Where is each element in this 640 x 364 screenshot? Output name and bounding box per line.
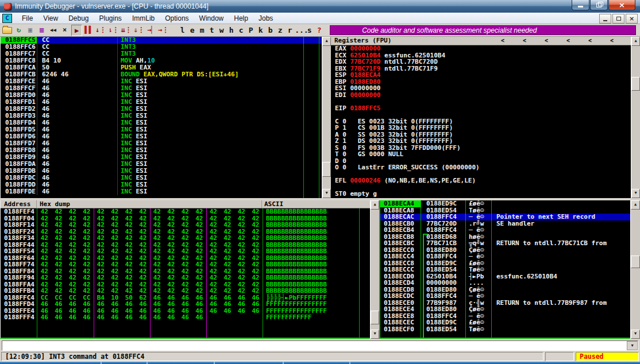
close-program-icon[interactable]: × (60, 25, 70, 35)
dump-row[interactable]: 0188FF9442424242424242424242424242424242… (1, 274, 370, 281)
disasm-row[interactable]: 0188FFDE46INC ESI (1, 188, 322, 195)
collapse-chevron-icon[interactable]: < (579, 37, 601, 45)
animate-over-icon[interactable]: ⇓⋮ (134, 25, 145, 35)
dump-row[interactable]: 0188FF3442424242424242424242424242424242… (1, 235, 370, 242)
stack-row[interactable]: 0188ECC80188ED9C£øê☺ (380, 260, 630, 267)
step-over-icon[interactable]: ⇂⋮ (108, 25, 119, 35)
scroll-thumb[interactable] (371, 311, 379, 324)
scroll-thumb[interactable] (322, 162, 331, 177)
dump-row[interactable]: 0188FF7442424242424242424242424242424242… (1, 261, 370, 268)
menu-item-view[interactable]: View (38, 14, 63, 22)
stack-row[interactable]: 0188ECC00188ED80Çøê☺ (380, 247, 630, 254)
collapse-chevron-icon[interactable]: < (601, 37, 623, 45)
register-line[interactable]: EFL 00000246 (NO,NB,E,BE,NS,PE,GE,LE) (335, 177, 631, 184)
stack-scrollbar[interactable]: ▲ ▼ (630, 200, 640, 339)
toolbar-shortcut-c[interactable]: c (236, 26, 246, 34)
register-line[interactable]: EIP 0188FFC5 (335, 105, 631, 112)
toolbar-shortcut-h[interactable]: h (226, 26, 236, 34)
child-restore-button[interactable] (612, 14, 624, 24)
menu-item-options[interactable]: Options (160, 14, 194, 22)
scroll-down-icon[interactable]: ▼ (322, 189, 331, 198)
stack-row[interactable]: 0188ECBC77BC71CB╦q╝wRETURN to ntdll.77BC… (380, 240, 630, 247)
collapse-chevron-icon[interactable]: < (514, 37, 535, 45)
toolbar-shortcut-l[interactable]: l (178, 26, 187, 34)
scroll-down-icon[interactable]: ▼ (371, 330, 379, 339)
scroll-thumb[interactable] (631, 255, 640, 268)
collapse-chevron-icon[interactable]: < (492, 37, 514, 45)
toolbar-shortcut-P[interactable]: P (246, 26, 256, 34)
menu-item-immlib[interactable]: ImmLib (127, 14, 160, 22)
stack-row[interactable]: 0188ECD80188ED80Çøê☺ (380, 286, 630, 293)
goto-icon[interactable]: →⋮ (158, 25, 169, 35)
dump-row[interactable]: 0188FF1442424242424242424242424242424242… (1, 222, 370, 229)
register-line[interactable]: O 0 LastErr ERROR_SUCCESS (00000000) (335, 164, 631, 171)
dump-row[interactable]: 0188FFF4464646464646464646464646FFFFFFFF… (1, 314, 370, 321)
disasm-scrollbar[interactable]: ▲ ▼ (322, 37, 331, 198)
stack-row[interactable]: 0188ECCC0188ED54Tøê☺ (380, 266, 630, 273)
scroll-down-icon[interactable]: ▼ (631, 189, 640, 198)
collapse-chevron-icon[interactable]: < (535, 37, 557, 45)
toolbar-shortcut-b[interactable]: b (265, 26, 275, 34)
stack-row[interactable]: 0188ECE40188ED80Çøê☺ (380, 306, 630, 313)
step-into-icon[interactable]: ↓⋮ (95, 25, 106, 35)
toolbar-shortcut-z[interactable]: z (275, 26, 285, 34)
stack-row[interactable]: 0188ECAC0188FFC4─ ê☺Pointer to next SEH … (380, 214, 630, 220)
toolbar-shortcut-k[interactable]: k (256, 26, 265, 34)
menu-item-plugins[interactable]: Plugins (94, 14, 127, 22)
restart-icon[interactable]: ↻ (14, 25, 24, 35)
scroll-up-icon[interactable]: ▲ (371, 200, 379, 210)
stack-row[interactable]: 0188ECEC0188ED9C£øê☺ (380, 319, 630, 326)
toolbar-shortcut-help[interactable]: ? (314, 26, 324, 34)
toolbar-shortcut-w[interactable]: w (217, 26, 226, 34)
dump-row[interactable]: 0188FFB442424242424242424242424242424242… (1, 288, 370, 295)
windows-icon[interactable]: ▦ (37, 25, 47, 35)
dump-scrollbar[interactable]: ▲ ▼ (370, 200, 379, 339)
toolbar-shortcut-t[interactable]: t (207, 26, 217, 34)
toolbar-shortcut-more[interactable]: ... (295, 26, 304, 34)
ad-banner[interactable]: Code auditor and software assessment spe… (330, 25, 636, 35)
register-line[interactable]: ST0 empty g (335, 191, 631, 198)
toolbar-shortcut-m[interactable]: m (197, 26, 207, 34)
stack-row[interactable]: 0188ECF00188ED54Tøê☺ (380, 326, 630, 333)
scroll-up-icon[interactable]: ▲ (631, 200, 640, 210)
menu-item-window[interactable]: Window (194, 14, 229, 22)
menu-item-file[interactable]: File (17, 14, 38, 22)
animate-into-icon[interactable]: ⇊⋮ (121, 25, 132, 35)
menu-item-debug[interactable]: Debug (63, 14, 94, 22)
scroll-up-icon[interactable]: ▲ (322, 37, 331, 46)
stack-row[interactable]: 0188ECD400000000.... (380, 280, 630, 286)
command-input[interactable] (2, 341, 627, 350)
step-back-icon[interactable]: ◀◀ (48, 25, 58, 35)
stack-row[interactable]: 0188ECC40188FFC4─ ê☺ (380, 253, 630, 260)
open-file-icon[interactable] (2, 25, 12, 35)
toolbar-shortcut-s[interactable]: s (304, 26, 314, 34)
stack-row[interactable]: 0188ECD0625010B4┤►Pbessfunc.625010B4 (380, 273, 630, 280)
stack-row[interactable]: 0188ECE80188FFC4─ ê☺ (380, 313, 630, 320)
execute-till-return-icon[interactable]: →▏ (146, 25, 156, 35)
stack-row[interactable]: 0188ECB077BC720D.r╝wSE handler (380, 220, 630, 227)
scroll-up-icon[interactable]: ▲ (631, 37, 640, 46)
register-line[interactable]: EDI 00000000 (335, 92, 631, 99)
dump-row[interactable]: 0188FF5442424242424242424242424242424242… (1, 248, 370, 255)
stack-row[interactable]: 0188ECB40188FFC4─ ê☺ (380, 227, 630, 234)
stack-row[interactable]: 0188ECE077B9F987ç·╣wRETURN to ntdll.77B9… (380, 300, 630, 307)
copy-window-icon[interactable]: ▣ (25, 25, 35, 35)
registers-scrollbar[interactable]: ▲ ▼ (631, 37, 640, 198)
register-line[interactable] (335, 184, 631, 191)
dump-row[interactable]: 0188FFD446464646464646464646464646464646… (1, 301, 370, 308)
command-dropdown-button[interactable]: ▼ (627, 341, 638, 350)
menu-item-help[interactable]: Help (229, 14, 253, 22)
pause-icon[interactable]: ▌▌ (84, 25, 94, 35)
menu-item-jobs[interactable]: Jobs (253, 14, 278, 22)
collapse-chevron-icon[interactable]: < (557, 37, 579, 45)
cpu-window-icon[interactable]: C (2, 14, 12, 23)
register-line[interactable]: T 0 GS 0000 NULL (335, 151, 631, 158)
dump-row[interactable]: 0188FEF442424242424242424242424242424242… (1, 208, 370, 215)
scroll-thumb[interactable] (631, 77, 640, 91)
stack-row[interactable]: 0188ECA40188ED9C£øê☺ (380, 200, 630, 207)
child-minimize-button[interactable] (599, 14, 611, 24)
toolbar-shortcut-r[interactable]: r (285, 26, 295, 34)
windows-taskbar[interactable] (0, 362, 640, 364)
run-icon[interactable]: ▶ (71, 25, 82, 36)
stack-row[interactable]: 0188ECDC0188FFC4─ ê☺ (380, 293, 630, 300)
